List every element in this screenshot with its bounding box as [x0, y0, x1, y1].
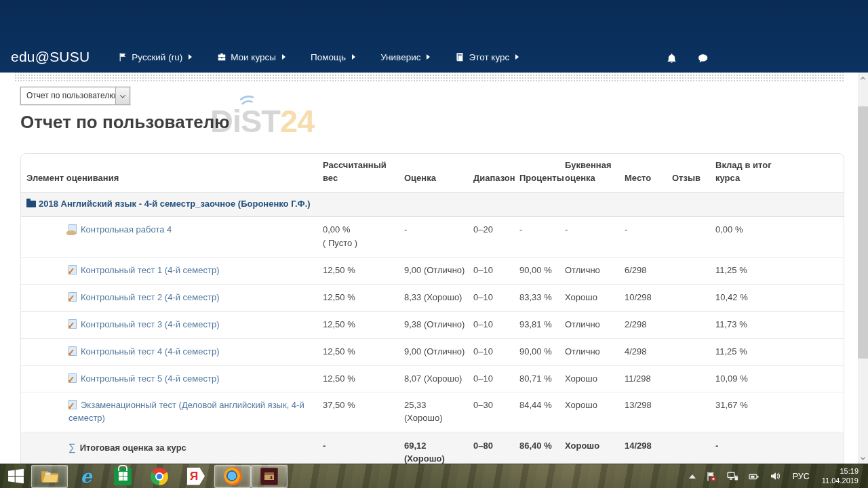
cell-contribution: 11,25 % — [715, 258, 844, 285]
caret-right-icon — [189, 54, 192, 60]
messages-chat-icon[interactable] — [697, 53, 709, 64]
yandex-browser-button[interactable]: Я — [178, 465, 214, 488]
volume-speaker-icon[interactable] — [770, 471, 781, 481]
grade-item-link[interactable]: Экзаменационный тест (Деловой английский… — [68, 400, 304, 423]
tray-expand-icon[interactable] — [689, 474, 696, 479]
cell-rank: 2/298 — [625, 311, 672, 338]
cell-grade: 9,00 (Отлично) — [404, 338, 473, 365]
cell-rank: 4/298 — [625, 338, 672, 365]
table-row: Контрольный тест 2 (4-й семестр) 12,50 %… — [21, 285, 844, 312]
cell-feedback — [672, 258, 715, 285]
caret-right-icon — [515, 54, 519, 60]
language-indicator[interactable]: РУС — [791, 472, 812, 481]
col-range: Диапазон — [473, 154, 519, 192]
grade-item-link[interactable]: Контрольный тест 4 (4-й семестр) — [81, 346, 219, 357]
nav-help-menu[interactable]: Помощь — [311, 52, 355, 62]
grade-item-link[interactable]: Контрольный тест 1 (4-й семестр) — [81, 265, 219, 275]
cell-grade: - — [404, 216, 473, 258]
chevron-down-icon — [861, 455, 865, 460]
archive-app-button[interactable] — [251, 465, 288, 488]
course-category-name: 2018 Английский язык - 4-й семестр_заочн… — [21, 192, 844, 216]
col-rank: Место — [625, 154, 672, 192]
nav-my-courses-label: Мои курсы — [231, 52, 276, 62]
quiz-icon — [68, 400, 77, 409]
table-row: Контрольный тест 1 (4-й семестр) 12,50 %… — [21, 258, 844, 285]
cell-feedback — [672, 285, 715, 312]
report-type-select[interactable]: Отчет по пользователю — [20, 87, 130, 105]
cell-range: 0–30 — [473, 392, 519, 432]
cell-feedback — [672, 392, 715, 432]
col-grade-item: Элемент оценивания — [21, 154, 323, 192]
nav-my-courses-menu[interactable]: Мои курсы — [217, 52, 285, 62]
cell-percent: 83,33 % — [519, 285, 565, 312]
nav-this-course-menu[interactable]: Этот курс — [455, 52, 519, 62]
wifi-arcs-icon — [239, 94, 259, 108]
cell-weight: 12,50 % — [323, 285, 404, 312]
windows-store-button[interactable] — [104, 465, 141, 488]
scroll-up-button[interactable] — [858, 73, 868, 83]
nav-univeris-label: Универис — [380, 52, 420, 62]
caret-right-icon — [427, 54, 430, 60]
chrome-button[interactable] — [141, 465, 178, 488]
cell-feedback — [672, 311, 715, 338]
grade-item-link[interactable]: Контрольный тест 2 (4-й семестр) — [81, 292, 219, 302]
main-navbar: edu@SUSU Русский (ru) Мои курсы Помощь У… — [0, 45, 868, 69]
notifications-bell-icon[interactable] — [666, 53, 677, 64]
grade-item-link[interactable]: Контрольный тест 5 (4-й семестр) — [81, 373, 219, 384]
network-icon[interactable] — [727, 471, 738, 481]
cell-rank: 13/298 — [625, 392, 672, 432]
cell-contribution: 10,42 % — [715, 285, 844, 312]
yandex-browser-icon: Я — [187, 468, 205, 485]
caret-right-icon — [352, 54, 355, 60]
cell-rank: 6/298 — [625, 258, 672, 285]
cell-feedback — [672, 338, 715, 365]
cell-percent: 90,00 % — [519, 258, 565, 285]
cell-range: 0–10 — [473, 311, 519, 338]
grade-item-link[interactable]: Контрольная работа 4 — [81, 224, 172, 235]
cell-range: 0–10 — [473, 258, 519, 285]
book-icon — [455, 52, 465, 62]
grade-item-link[interactable]: Контрольный тест 3 (4-й семестр) — [81, 319, 219, 329]
action-center-flag-icon[interactable] — [706, 471, 717, 482]
internet-explorer-button[interactable]: e — [68, 465, 104, 488]
cell-range: 0–20 — [473, 216, 519, 258]
nav-language-label: Русский (ru) — [132, 52, 182, 62]
table-header-row: Элемент оценивания Рассчитанный вес Оцен… — [21, 154, 844, 192]
cell-rank: - — [625, 216, 672, 258]
cell-weight: 12,50 % — [323, 258, 404, 285]
quiz-icon — [68, 265, 77, 274]
assignment-icon — [68, 224, 77, 234]
cell-letter: Отлично — [565, 338, 625, 365]
tray-date: 11.04.2019 — [822, 476, 859, 485]
vertical-scrollbar[interactable] — [858, 73, 868, 464]
cell-contribution: 10,09 % — [715, 365, 844, 392]
scroll-down-button[interactable] — [858, 453, 868, 464]
scrollbar-thumb[interactable] — [858, 106, 868, 359]
site-logo[interactable]: edu@SUSU — [11, 49, 90, 65]
cell-contribution: 11,25 % — [715, 338, 844, 365]
cell-letter: Хорошо — [565, 285, 625, 312]
nav-language-menu[interactable]: Русский (ru) — [118, 52, 192, 62]
cell-rank: 10/298 — [625, 285, 672, 312]
cell-grade: 8,33 (Хорошо) — [404, 285, 473, 312]
quiz-icon — [68, 292, 77, 302]
page-title: Отчет по пользователю — [20, 112, 230, 133]
col-grade: Оценка — [404, 154, 473, 192]
col-calculated-weight: Рассчитанный вес — [323, 154, 404, 192]
firefox-button[interactable] — [214, 465, 251, 488]
nav-univeris-menu[interactable]: Универис — [380, 52, 430, 62]
windows-taskbar: e Я РУС 15:19 11.04.2019 — [0, 464, 868, 488]
table-row: Экзаменационный тест (Деловой английский… — [21, 392, 844, 432]
clock[interactable]: 15:19 11.04.2019 — [822, 467, 861, 485]
select-dropdown-button[interactable] — [115, 87, 130, 104]
cell-weight: 37,50 % — [323, 392, 404, 432]
nav-help-label: Помощь — [311, 52, 346, 62]
cell-grade: 25,33 (Хорошо) — [404, 392, 473, 432]
start-button[interactable] — [0, 465, 31, 488]
briefcase-icon — [217, 52, 226, 62]
cell-percent: 84,44 % — [519, 392, 565, 432]
nav-this-course-label: Этот курс — [469, 52, 509, 62]
file-explorer-button[interactable] — [31, 465, 68, 488]
cell-range: 0–10 — [473, 285, 519, 312]
battery-icon[interactable] — [749, 472, 760, 481]
